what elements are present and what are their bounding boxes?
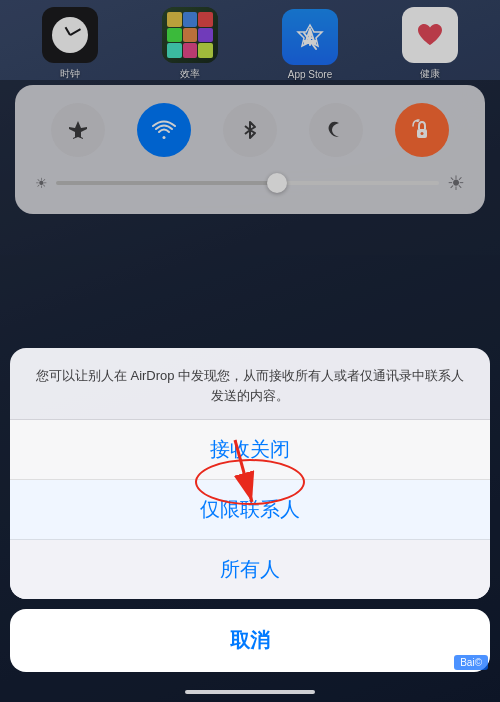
- airdrop-description: 您可以让别人在 AirDrop 中发现您，从而接收所有人或者仅通讯录中联系人发送…: [10, 348, 490, 420]
- airdrop-option-everyone[interactable]: 所有人: [10, 540, 490, 599]
- cancel-card: 取消: [10, 609, 490, 672]
- baidu-watermark: Bai©: [454, 655, 488, 670]
- cancel-button[interactable]: 取消: [10, 609, 490, 672]
- home-indicator: [185, 690, 315, 694]
- airdrop-card: 您可以让别人在 AirDrop 中发现您，从而接收所有人或者仅通讯录中联系人发送…: [10, 348, 490, 599]
- airdrop-option-contacts[interactable]: 仅限联系人: [10, 480, 490, 540]
- airdrop-option-off[interactable]: 接收关闭: [10, 420, 490, 480]
- airdrop-modal: 您可以让别人在 AirDrop 中发现您，从而接收所有人或者仅通讯录中联系人发送…: [0, 348, 500, 702]
